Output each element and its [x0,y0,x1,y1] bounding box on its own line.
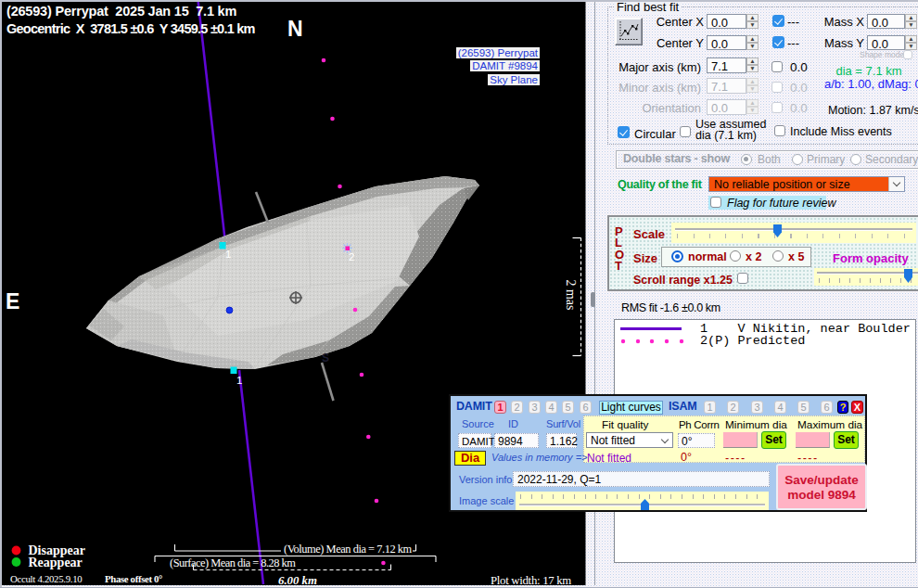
svg-text:Geocentric X 3781.5 ±0.6 Y: Geocentric X 3781.5 ±0.6 Y 3459.5 ±0.1 k… [6,21,255,36]
svg-text:2: 2 [349,251,354,262]
svg-text:Occult 4.2025.9.10: Occult 4.2025.9.10 [10,573,82,584]
svg-text:(Surface) Mean dia = 8.28 km: (Surface) Mean dia = 8.28 km [170,556,296,569]
svg-text:(Volume) Mean dia = 7.12 km: (Volume) Mean dia = 7.12 km [284,543,413,556]
svg-text:Plot width: 17 km: Plot width: 17 km [491,574,571,587]
svg-text:Reappear: Reappear [29,556,83,569]
svg-text:6.00 km: 6.00 km [278,574,317,587]
svg-text:E: E [6,289,19,313]
svg-text:(26593) Perrypat 2025 Jan 15: (26593) Perrypat 2025 Jan 15 7.1 km [6,4,236,19]
svg-text:N: N [287,17,303,41]
svg-text:S: S [322,352,329,364]
svg-text:2 mas: 2 mas [564,279,578,310]
svg-text:1: 1 [236,375,242,386]
svg-text:1: 1 [225,249,231,260]
svg-text:Phase offset 0°: Phase offset 0° [105,573,162,584]
